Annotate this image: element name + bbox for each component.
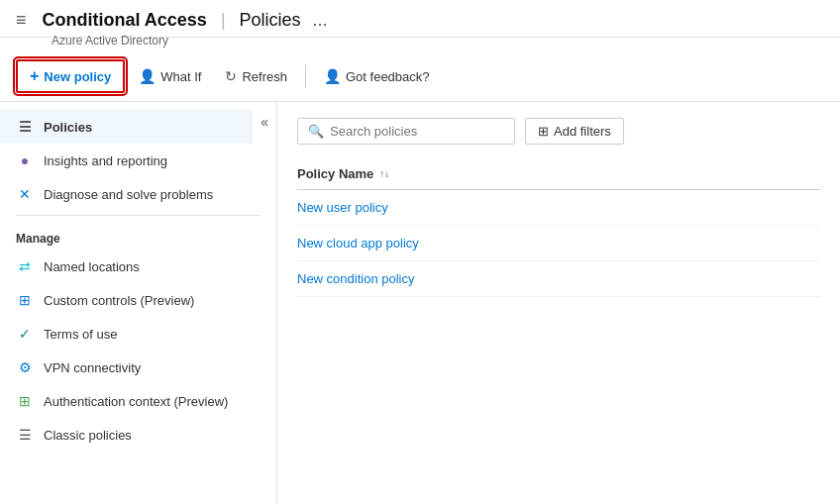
search-box[interactable]: 🔍 — [297, 118, 515, 145]
sidebar-item-label: Policies — [44, 120, 92, 135]
what-if-button[interactable]: 👤 What If — [129, 62, 211, 90]
feedback-icon: 👤 — [324, 68, 341, 84]
main-content: « ☰ Policies ● Insights and reporting ✕ … — [0, 102, 840, 504]
page-subtitle: Azure Active Directory — [0, 34, 840, 51]
sidebar-item-vpn[interactable]: ⚙ VPN connectivity — [0, 351, 276, 384]
page-title: Policies — [240, 10, 301, 31]
insights-icon: ● — [16, 151, 34, 169]
table-row: New user policy — [297, 190, 820, 226]
policy-link[interactable]: New cloud app policy — [297, 236, 419, 251]
sidebar-item-named-locations[interactable]: ⇄ Named locations — [0, 250, 276, 283]
sidebar-item-classic[interactable]: ☰ Classic policies — [0, 418, 276, 452]
sidebar-item-label: Diagnose and solve problems — [44, 187, 213, 202]
toolbar-divider — [305, 64, 306, 88]
what-if-label: What If — [160, 69, 201, 84]
collapse-button[interactable]: « — [253, 110, 276, 134]
page-header: ≡ Conditional Access | Policies ... — [0, 0, 840, 38]
new-policy-label: New policy — [44, 69, 111, 84]
toolbar: + New policy 👤 What If ↻ Refresh 👤 Got f… — [0, 51, 840, 102]
sidebar-item-label: VPN connectivity — [44, 360, 141, 375]
policies-icon: ☰ — [16, 118, 34, 136]
sidebar-item-diagnose[interactable]: ✕ Diagnose and solve problems — [0, 177, 276, 211]
sidebar-item-policies[interactable]: ☰ Policies — [0, 110, 253, 144]
wrench-icon: ✕ — [16, 185, 34, 203]
sidebar-item-label: Named locations — [44, 259, 140, 274]
sort-icons[interactable]: ↑↓ — [379, 168, 389, 179]
refresh-label: Refresh — [242, 69, 287, 84]
sidebar-divider — [16, 215, 261, 216]
sidebar-item-label: Insights and reporting — [44, 153, 167, 168]
search-icon: 🔍 — [308, 124, 324, 139]
sidebar-item-label: Terms of use — [44, 327, 117, 342]
plus-icon: + — [30, 67, 39, 85]
app-title: Conditional Access — [43, 10, 207, 31]
sidebar-item-terms[interactable]: ✓ Terms of use — [0, 317, 276, 351]
location-icon: ⇄ — [16, 257, 34, 275]
top-header-area: ≡ Conditional Access | Policies ... Azur… — [0, 0, 840, 51]
person-icon: 👤 — [139, 68, 156, 84]
sidebar-item-label: Authentication context (Preview) — [44, 394, 228, 409]
auth-icon: ⊞ — [16, 392, 34, 410]
sidebar-item-label: Custom controls (Preview) — [44, 293, 194, 308]
vpn-icon: ⚙ — [16, 358, 34, 376]
table-header: Policy Name ↑↓ — [297, 160, 820, 190]
new-policy-button[interactable]: + New policy — [16, 59, 125, 93]
search-input[interactable] — [330, 124, 504, 139]
sidebar: « ☰ Policies ● Insights and reporting ✕ … — [0, 102, 277, 504]
sidebar-item-auth-context[interactable]: ⊞ Authentication context (Preview) — [0, 384, 276, 418]
table-row: New condition policy — [297, 261, 820, 297]
ellipsis-button[interactable]: ... — [313, 10, 328, 31]
custom-icon: ⊞ — [16, 291, 34, 309]
refresh-icon: ↻ — [225, 68, 237, 84]
policy-name-column: Policy Name — [297, 166, 373, 181]
manage-section-label: Manage — [0, 220, 276, 250]
sidebar-item-label: Classic policies — [44, 428, 132, 443]
policy-link[interactable]: New condition policy — [297, 271, 415, 286]
sidebar-item-insights[interactable]: ● Insights and reporting — [0, 144, 276, 177]
feedback-label: Got feedback? — [346, 69, 430, 84]
add-filters-label: Add filters — [554, 124, 611, 139]
content-area: 🔍 ⊞ Add filters Policy Name ↑↓ New user … — [277, 102, 840, 504]
policy-list: New user policy New cloud app policy New… — [297, 190, 820, 297]
sidebar-item-custom-controls[interactable]: ⊞ Custom controls (Preview) — [0, 283, 276, 317]
table-row: New cloud app policy — [297, 226, 820, 261]
search-filter-row: 🔍 ⊞ Add filters — [297, 118, 820, 145]
filter-icon: ⊞ — [538, 124, 549, 139]
refresh-button[interactable]: ↻ Refresh — [215, 62, 297, 90]
feedback-button[interactable]: 👤 Got feedback? — [314, 62, 440, 90]
policy-link[interactable]: New user policy — [297, 200, 388, 215]
classic-icon: ☰ — [16, 426, 34, 444]
add-filters-button[interactable]: ⊞ Add filters — [525, 118, 624, 145]
hamburger-icon: ≡ — [16, 10, 27, 31]
terms-icon: ✓ — [16, 325, 34, 343]
